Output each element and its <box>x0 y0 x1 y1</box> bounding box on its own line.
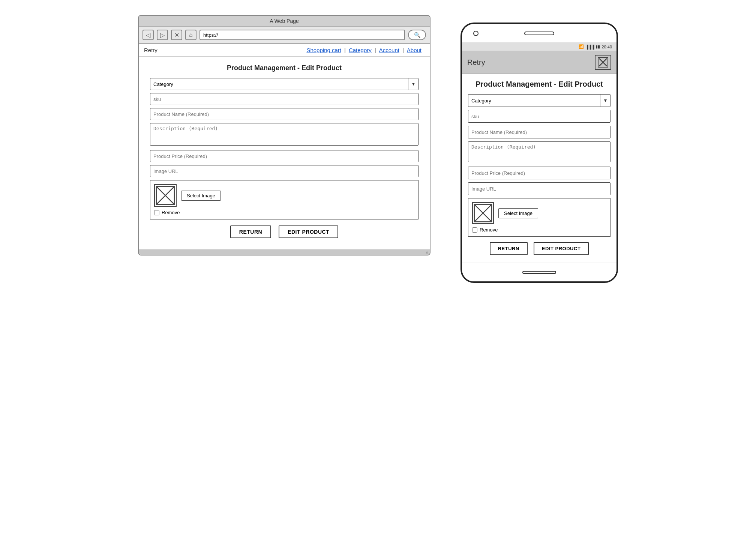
description-input[interactable] <box>150 123 418 146</box>
phone-app-header: Retry <box>462 51 616 74</box>
phone-status-bar: 📶 ▐▐▐ ▮▮ 20:40 <box>462 43 616 51</box>
site-brand: Retry <box>144 47 158 53</box>
image-section-top: Select Image <box>154 184 414 207</box>
sku-input[interactable] <box>150 93 418 105</box>
search-button[interactable]: 🔍 <box>408 30 426 40</box>
phone-content: Product Management - Edit Product Catego… <box>462 74 616 263</box>
phone-price-input[interactable] <box>468 167 610 179</box>
phone-remove-row: Remove <box>472 227 606 233</box>
phone-status-icons: 📶 ▐▐▐ ▮▮ 20:40 <box>579 44 612 49</box>
phone-category-group: Category ▼ <box>468 94 610 107</box>
remove-label: Remove <box>162 210 180 215</box>
phone-speaker <box>524 32 554 35</box>
phone-image-section-top: Select Image <box>472 202 606 224</box>
description-group <box>150 123 418 147</box>
select-image-button[interactable]: Select Image <box>181 191 221 201</box>
phone-sku-input[interactable] <box>468 110 610 123</box>
phone-camera-icon <box>473 31 478 36</box>
sku-group <box>150 93 418 105</box>
image-url-group <box>150 165 418 177</box>
phone-return-button[interactable]: RETURN <box>490 242 528 255</box>
page-title: Product Management - Edit Product <box>150 64 418 72</box>
close-button[interactable]: ✕ <box>171 30 182 40</box>
nav-account[interactable]: Account <box>376 47 402 53</box>
phone-page-title: Product Management - Edit Product <box>468 79 610 89</box>
phone-close-button[interactable] <box>595 55 611 70</box>
browser-title: A Web Page <box>270 18 299 24</box>
resize-handle-icon: // <box>426 250 428 254</box>
action-buttons: RETURN EDIT PRODUCT <box>150 225 418 238</box>
remove-row: Remove <box>154 210 414 215</box>
signal-icon: ▐▐▐ <box>585 45 594 49</box>
forward-icon: ▷ <box>160 32 165 39</box>
phone-description-input[interactable] <box>468 141 610 162</box>
search-icon: 🔍 <box>414 32 420 38</box>
phone-bottom <box>462 263 616 281</box>
back-icon: ◁ <box>146 32 150 39</box>
phone-image-section: Select Image Remove <box>468 198 610 237</box>
nav-about[interactable]: About <box>404 47 424 53</box>
phone-remove-checkbox[interactable] <box>472 227 477 233</box>
price-input[interactable] <box>150 150 418 162</box>
browser-titlebar: A Web Page <box>139 16 430 27</box>
phone-remove-label: Remove <box>480 227 498 233</box>
edit-product-button[interactable]: EDIT PRODUCT <box>279 225 338 238</box>
phone-home-bar-icon[interactable] <box>522 271 556 274</box>
image-preview <box>154 184 177 207</box>
image-section: Select Image Remove <box>150 180 418 219</box>
product-name-group <box>150 108 418 120</box>
browser-toolbar: ◁ ▷ ✕ ⌂ 🔍 <box>139 27 430 44</box>
time-display: 20:40 <box>602 45 612 49</box>
category-group: Category ▼ <box>150 78 418 90</box>
phone-image-placeholder-icon <box>474 204 492 222</box>
category-select-wrapper: Category ▼ <box>150 78 418 90</box>
phone-category-select[interactable]: Category <box>468 94 610 107</box>
wifi-icon: 📶 <box>579 44 584 49</box>
site-navbar: Retry Shopping cart | Category | Account… <box>139 44 430 57</box>
phone-mockup: 📶 ▐▐▐ ▮▮ 20:40 Retry Product Management … <box>460 23 618 283</box>
battery-icon: ▮▮ <box>596 44 600 49</box>
image-placeholder-icon <box>156 186 175 205</box>
category-select[interactable]: Category <box>150 78 418 90</box>
address-bar[interactable] <box>200 30 405 40</box>
back-button[interactable]: ◁ <box>142 30 154 40</box>
remove-checkbox[interactable] <box>154 210 159 215</box>
product-name-input[interactable] <box>150 108 418 120</box>
phone-image-preview <box>472 202 494 224</box>
nav-links: Shopping cart | Category | Account | Abo… <box>303 47 424 53</box>
browser-mockup: A Web Page ◁ ▷ ✕ ⌂ 🔍 Retry Shopping cart… <box>138 15 430 255</box>
page-content: Product Management - Edit Product Catego… <box>139 57 430 249</box>
phone-product-name-input[interactable] <box>468 126 610 138</box>
nav-shopping-cart[interactable]: Shopping cart <box>303 47 344 53</box>
forward-button[interactable]: ▷ <box>157 30 168 40</box>
image-url-input[interactable] <box>150 165 418 177</box>
nav-category[interactable]: Category <box>346 47 375 53</box>
home-icon: ⌂ <box>189 32 193 38</box>
phone-top <box>462 24 616 43</box>
phone-close-x-icon <box>598 57 608 68</box>
price-group <box>150 150 418 162</box>
phone-edit-product-button[interactable]: EDIT PRODUCT <box>534 242 589 255</box>
phone-header-title: Retry <box>467 58 485 67</box>
return-button[interactable]: RETURN <box>230 225 271 238</box>
phone-select-image-button[interactable]: Select Image <box>498 208 538 218</box>
phone-image-url-input[interactable] <box>468 182 610 195</box>
home-button[interactable]: ⌂ <box>185 30 196 40</box>
close-icon: ✕ <box>174 32 179 39</box>
phone-action-buttons: RETURN EDIT PRODUCT <box>468 242 610 255</box>
browser-statusbar: // <box>139 249 430 255</box>
